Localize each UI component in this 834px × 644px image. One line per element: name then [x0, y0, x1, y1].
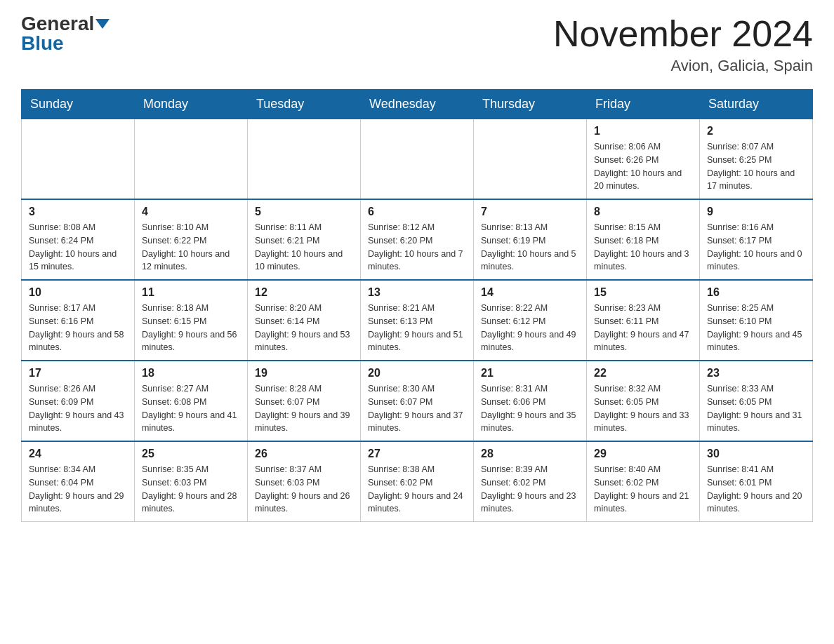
- weekday-header-tuesday: Tuesday: [248, 90, 361, 119]
- day-info: Sunrise: 8:27 AMSunset: 6:08 PMDaylight:…: [142, 382, 240, 435]
- day-number: 3: [29, 206, 127, 218]
- day-info: Sunrise: 8:40 AMSunset: 6:02 PMDaylight:…: [594, 463, 692, 516]
- logo-arrow-icon: [95, 19, 110, 29]
- calendar-cell: [361, 119, 474, 200]
- day-info: Sunrise: 8:38 AMSunset: 6:02 PMDaylight:…: [368, 463, 466, 516]
- day-info: Sunrise: 8:15 AMSunset: 6:18 PMDaylight:…: [594, 221, 692, 274]
- calendar-cell: 29Sunrise: 8:40 AMSunset: 6:02 PMDayligh…: [587, 441, 700, 522]
- calendar-cell: 22Sunrise: 8:32 AMSunset: 6:05 PMDayligh…: [587, 361, 700, 441]
- day-info: Sunrise: 8:30 AMSunset: 6:07 PMDaylight:…: [368, 382, 466, 435]
- calendar-week-row: 10Sunrise: 8:17 AMSunset: 6:16 PMDayligh…: [22, 280, 813, 361]
- calendar-cell: 23Sunrise: 8:33 AMSunset: 6:05 PMDayligh…: [700, 361, 813, 441]
- calendar-cell: 21Sunrise: 8:31 AMSunset: 6:06 PMDayligh…: [474, 361, 587, 441]
- day-info: Sunrise: 8:07 AMSunset: 6:25 PMDaylight:…: [707, 140, 805, 193]
- day-info: Sunrise: 8:28 AMSunset: 6:07 PMDaylight:…: [255, 382, 353, 435]
- calendar-cell: 18Sunrise: 8:27 AMSunset: 6:08 PMDayligh…: [135, 361, 248, 441]
- day-number: 23: [707, 367, 805, 380]
- calendar-table: SundayMondayTuesdayWednesdayThursdayFrid…: [21, 89, 813, 522]
- calendar-cell: 4Sunrise: 8:10 AMSunset: 6:22 PMDaylight…: [135, 199, 248, 280]
- calendar-cell: 8Sunrise: 8:15 AMSunset: 6:18 PMDaylight…: [587, 199, 700, 280]
- day-info: Sunrise: 8:25 AMSunset: 6:10 PMDaylight:…: [707, 302, 805, 354]
- calendar-week-row: 3Sunrise: 8:08 AMSunset: 6:24 PMDaylight…: [22, 199, 813, 280]
- day-info: Sunrise: 8:26 AMSunset: 6:09 PMDaylight:…: [29, 382, 127, 435]
- calendar-cell: 17Sunrise: 8:26 AMSunset: 6:09 PMDayligh…: [22, 361, 135, 441]
- day-number: 6: [368, 206, 466, 218]
- calendar-cell: 3Sunrise: 8:08 AMSunset: 6:24 PMDaylight…: [22, 199, 135, 280]
- calendar-cell: 13Sunrise: 8:21 AMSunset: 6:13 PMDayligh…: [361, 280, 474, 361]
- calendar-cell: 19Sunrise: 8:28 AMSunset: 6:07 PMDayligh…: [248, 361, 361, 441]
- logo: General Blue: [21, 14, 110, 53]
- day-number: 17: [29, 367, 127, 380]
- header: General Blue November 2024 Avion, Galici…: [21, 14, 813, 75]
- calendar-week-row: 17Sunrise: 8:26 AMSunset: 6:09 PMDayligh…: [22, 361, 813, 441]
- day-number: 21: [481, 367, 579, 380]
- calendar-cell: 9Sunrise: 8:16 AMSunset: 6:17 PMDaylight…: [700, 199, 813, 280]
- day-number: 27: [368, 448, 466, 460]
- day-number: 2: [707, 125, 805, 137]
- day-info: Sunrise: 8:33 AMSunset: 6:05 PMDaylight:…: [707, 382, 805, 435]
- calendar-week-row: 1Sunrise: 8:06 AMSunset: 6:26 PMDaylight…: [22, 119, 813, 200]
- calendar-cell: 16Sunrise: 8:25 AMSunset: 6:10 PMDayligh…: [700, 280, 813, 361]
- calendar-cell: 28Sunrise: 8:39 AMSunset: 6:02 PMDayligh…: [474, 441, 587, 522]
- day-number: 13: [368, 286, 466, 299]
- day-number: 15: [594, 286, 692, 299]
- day-info: Sunrise: 8:08 AMSunset: 6:24 PMDaylight:…: [29, 221, 127, 274]
- calendar-cell: [248, 119, 361, 200]
- weekday-header-sunday: Sunday: [22, 90, 135, 119]
- day-info: Sunrise: 8:10 AMSunset: 6:22 PMDaylight:…: [142, 221, 240, 274]
- day-number: 4: [142, 206, 240, 218]
- logo-blue-text: Blue: [21, 32, 64, 54]
- day-number: 30: [707, 448, 805, 460]
- day-info: Sunrise: 8:35 AMSunset: 6:03 PMDaylight:…: [142, 463, 240, 516]
- calendar-cell: 10Sunrise: 8:17 AMSunset: 6:16 PMDayligh…: [22, 280, 135, 361]
- day-info: Sunrise: 8:18 AMSunset: 6:15 PMDaylight:…: [142, 302, 240, 354]
- day-info: Sunrise: 8:16 AMSunset: 6:17 PMDaylight:…: [707, 221, 805, 274]
- day-number: 5: [255, 206, 353, 218]
- day-info: Sunrise: 8:41 AMSunset: 6:01 PMDaylight:…: [707, 463, 805, 516]
- calendar-week-row: 24Sunrise: 8:34 AMSunset: 6:04 PMDayligh…: [22, 441, 813, 522]
- day-number: 26: [255, 448, 353, 460]
- day-number: 7: [481, 206, 579, 218]
- day-info: Sunrise: 8:12 AMSunset: 6:20 PMDaylight:…: [368, 221, 466, 274]
- day-info: Sunrise: 8:23 AMSunset: 6:11 PMDaylight:…: [594, 302, 692, 354]
- calendar-cell: 12Sunrise: 8:20 AMSunset: 6:14 PMDayligh…: [248, 280, 361, 361]
- weekday-header-saturday: Saturday: [700, 90, 813, 119]
- calendar-cell: [22, 119, 135, 200]
- day-number: 18: [142, 367, 240, 380]
- calendar-cell: 14Sunrise: 8:22 AMSunset: 6:12 PMDayligh…: [474, 280, 587, 361]
- calendar-cell: 26Sunrise: 8:37 AMSunset: 6:03 PMDayligh…: [248, 441, 361, 522]
- day-info: Sunrise: 8:11 AMSunset: 6:21 PMDaylight:…: [255, 221, 353, 274]
- day-number: 19: [255, 367, 353, 380]
- location-title: Avion, Galicia, Spain: [553, 57, 813, 75]
- calendar-cell: 5Sunrise: 8:11 AMSunset: 6:21 PMDaylight…: [248, 199, 361, 280]
- calendar-cell: 11Sunrise: 8:18 AMSunset: 6:15 PMDayligh…: [135, 280, 248, 361]
- day-number: 12: [255, 286, 353, 299]
- calendar-cell: 1Sunrise: 8:06 AMSunset: 6:26 PMDaylight…: [587, 119, 700, 200]
- calendar-cell: 15Sunrise: 8:23 AMSunset: 6:11 PMDayligh…: [587, 280, 700, 361]
- day-info: Sunrise: 8:37 AMSunset: 6:03 PMDaylight:…: [255, 463, 353, 516]
- day-number: 1: [594, 125, 692, 137]
- calendar-cell: [474, 119, 587, 200]
- day-number: 11: [142, 286, 240, 299]
- day-number: 20: [368, 367, 466, 380]
- calendar-cell: 30Sunrise: 8:41 AMSunset: 6:01 PMDayligh…: [700, 441, 813, 522]
- weekday-header-friday: Friday: [587, 90, 700, 119]
- day-info: Sunrise: 8:17 AMSunset: 6:16 PMDaylight:…: [29, 302, 127, 354]
- calendar-cell: [135, 119, 248, 200]
- weekday-header-thursday: Thursday: [474, 90, 587, 119]
- calendar-cell: 2Sunrise: 8:07 AMSunset: 6:25 PMDaylight…: [700, 119, 813, 200]
- day-info: Sunrise: 8:13 AMSunset: 6:19 PMDaylight:…: [481, 221, 579, 274]
- day-info: Sunrise: 8:22 AMSunset: 6:12 PMDaylight:…: [481, 302, 579, 354]
- day-number: 8: [594, 206, 692, 218]
- weekday-header-wednesday: Wednesday: [361, 90, 474, 119]
- day-number: 10: [29, 286, 127, 299]
- weekday-header-monday: Monday: [135, 90, 248, 119]
- logo-general-text: General: [21, 14, 94, 34]
- day-info: Sunrise: 8:21 AMSunset: 6:13 PMDaylight:…: [368, 302, 466, 354]
- day-number: 22: [594, 367, 692, 380]
- calendar-cell: 25Sunrise: 8:35 AMSunset: 6:03 PMDayligh…: [135, 441, 248, 522]
- calendar-cell: 27Sunrise: 8:38 AMSunset: 6:02 PMDayligh…: [361, 441, 474, 522]
- day-number: 9: [707, 206, 805, 218]
- day-info: Sunrise: 8:34 AMSunset: 6:04 PMDaylight:…: [29, 463, 127, 516]
- calendar-cell: 6Sunrise: 8:12 AMSunset: 6:20 PMDaylight…: [361, 199, 474, 280]
